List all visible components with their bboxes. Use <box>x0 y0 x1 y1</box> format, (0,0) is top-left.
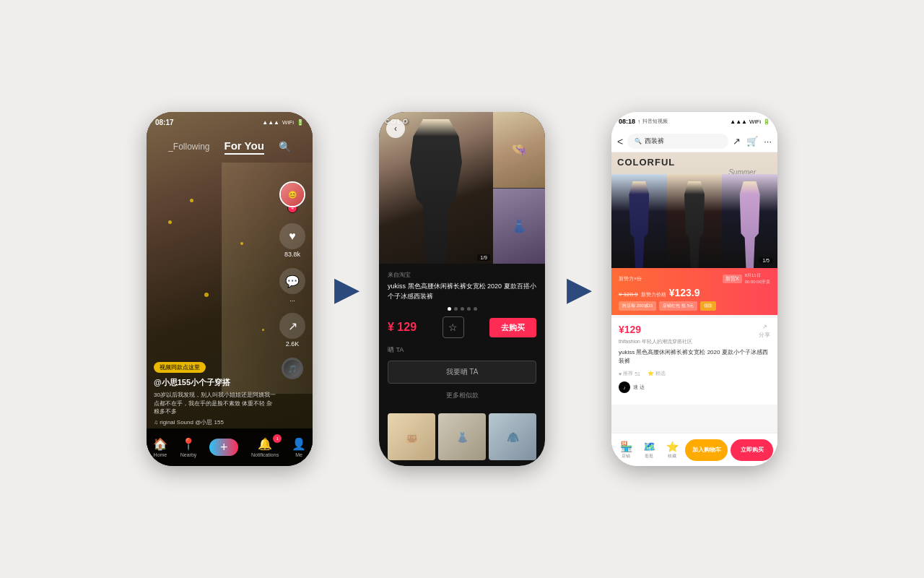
select-stat: ⭐ 精选 <box>648 370 666 377</box>
nav-notifications[interactable]: 🔔 1 Notifications <box>251 437 279 457</box>
signal-bars-icon: ▲▲▲ <box>730 118 747 125</box>
back-button[interactable]: ‹ <box>386 119 405 138</box>
bookmark-button[interactable]: ☆ <box>443 316 464 338</box>
dots-indicator <box>388 307 536 311</box>
nav-following[interactable]: _Following <box>168 142 209 152</box>
wifi-icon: WiFi <box>282 119 294 126</box>
like-icon[interactable]: ♥ <box>279 223 305 249</box>
hero-counter: 1/5 <box>759 257 773 264</box>
phone3-time: 08:18 <box>619 118 635 125</box>
new-power-label: 新势力×份 <box>619 275 642 282</box>
phone3-time-location: 08:18 ↑ 抖音短视频 <box>619 118 668 125</box>
cart-icon-header[interactable]: 🛒 <box>746 136 758 147</box>
phone3-search-bar[interactable]: 🔍 西装裤 <box>627 134 728 149</box>
price-action-row: ¥ 129 ☆ 去购买 <box>388 316 536 338</box>
promo-time: 00:00:00开卖 <box>745 279 770 285</box>
person3-figure <box>737 181 762 268</box>
phone3-back-button[interactable]: < <box>617 136 623 147</box>
phone3-status-bar: 08:18 ↑ 抖音短视频 ▲▲▲ WiFi 🔋 <box>611 112 777 131</box>
phone1-bottom-nav: 🏠 Home 📍 Nearby + 🔔 1 Notifications 👤 <box>147 428 313 466</box>
notification-badge: 1 <box>273 434 282 443</box>
hero-person-3 <box>722 174 777 268</box>
shopping-tag[interactable]: 视频同款点这里 <box>154 362 206 373</box>
add-to-cart-button[interactable]: 加入购物车 <box>685 439 728 461</box>
tiktok-label: 速 达 <box>633 384 645 391</box>
more-similar[interactable]: 更多相似款 <box>388 391 536 400</box>
add-icon[interactable]: + <box>209 439 238 456</box>
dot-4 <box>467 307 471 311</box>
phone3-header: < 🔍 西装裤 ↗ 🛒 ··· <box>611 131 777 152</box>
tiktok-icon: ♪ <box>619 381 630 393</box>
comment-icon[interactable]: 💬 <box>279 268 305 294</box>
phone-3-taobao: 08:18 ↑ 抖音短视频 ▲▲▲ WiFi 🔋 < 🔍 西装裤 ↗ <box>611 112 777 466</box>
phone3-product-section: ¥129 thifashion 年轻人的潮流穿搭社区 yukiss 黑色高腰休闲… <box>611 318 777 405</box>
hero-person-2 <box>667 174 723 268</box>
music-info: ♫ riginal Sound @小思 155 <box>154 418 276 426</box>
side-image-top[interactable]: 👒 <box>493 112 545 188</box>
music-disc: 🎵 <box>282 358 303 379</box>
coupon-1[interactable]: 跨店每 200减15 <box>619 301 656 311</box>
share-count: 2.6K <box>286 340 300 348</box>
browse-nav-item[interactable]: 🗺️ 逛逛 <box>639 441 659 460</box>
browse-label: 逛逛 <box>645 453 653 460</box>
select-label: 精选 <box>655 370 666 377</box>
product-stats: ♥ 推荐 51 ⭐ 精选 <box>619 370 770 377</box>
phone1-right-icons: 😊 + ♥ 83.8k 💬 ... ↗ 2.6K 🎵 <box>279 181 305 379</box>
nav-search-icon[interactable]: 🔍 <box>279 141 291 152</box>
collect-nav-item[interactable]: ⭐ 收藏 <box>662 441 682 460</box>
coupon-collect[interactable]: 领取 <box>700 301 716 311</box>
nav-foryou[interactable]: For You <box>225 139 264 155</box>
promo-badge-date: 新贸X 8月11日 00:00:00开卖 <box>723 272 770 285</box>
phone2-side-images: 👒 👗 <box>493 112 545 264</box>
thumbnail-1[interactable]: 👜 <box>388 413 435 460</box>
promo-coupon-row: 跨店每 200减15 店铺红包 抵 5元 领取 <box>619 301 770 311</box>
search-text: 西装裤 <box>645 137 664 146</box>
dot-2 <box>454 307 458 311</box>
battery-icon: 🔋 <box>297 119 304 126</box>
store-icon: 🏪 <box>620 441 632 452</box>
nav-me[interactable]: 👤 Me <box>292 437 306 457</box>
promo-badge: 新贸X <box>723 275 742 283</box>
phone1-status-icons: ▲▲▲ WiFi 🔋 <box>262 119 304 126</box>
recommend-stat: ♥ 推荐 51 <box>619 370 640 377</box>
heart-icon-stat: ♥ <box>619 371 622 376</box>
more-icon-header[interactable]: ··· <box>764 136 772 147</box>
nav-home[interactable]: 🏠 Home <box>153 437 167 457</box>
share-icon[interactable]: ↗ <box>279 313 305 339</box>
buy-now-button[interactable]: 立即购买 <box>731 439 773 461</box>
comment-button[interactable]: 我要晒 TA <box>388 361 536 384</box>
nav-add[interactable]: + <box>209 439 238 456</box>
browse-icon: 🗺️ <box>643 441 655 452</box>
dot-1 <box>448 307 451 311</box>
collect-icon: ⭐ <box>666 441 679 452</box>
share-icon-header[interactable]: ↗ <box>733 136 741 147</box>
side-image-bottom[interactable]: 👗 <box>493 188 545 264</box>
promo-date-time: 8月11日 00:00:00开卖 <box>745 272 770 285</box>
product-title-main: yukiss 黑色高腰休闲裤长裤女宽松 2020 夏款小个子冰感西装裤 <box>619 348 770 366</box>
sparkle-2 <box>240 242 243 245</box>
store-nav-item[interactable]: 🏪 店铺 <box>616 441 636 460</box>
arrow-2: ▶ <box>567 272 590 307</box>
recommend-count: 51 <box>635 371 640 376</box>
dot-3 <box>461 307 464 311</box>
buy-button[interactable]: 去购买 <box>489 318 536 337</box>
phone-2-product: COLO ‹ 1/9 👒 👗 来自淘宝 y <box>379 112 545 466</box>
thumbnail-2[interactable]: 👗 <box>438 413 486 460</box>
coupon-2[interactable]: 店铺红包 抵 5元 <box>659 301 697 311</box>
share-button[interactable]: ↗ 分享 <box>759 324 770 339</box>
sparkle-3 <box>204 293 209 297</box>
person2-figure <box>682 181 707 268</box>
store-label: 店铺 <box>622 453 630 460</box>
tiktok-link[interactable]: ♪ 速 达 <box>619 381 770 393</box>
comment-section: 💬 ... <box>279 268 305 303</box>
phone3-promo-banner: 新势力×份 新贸X 8月11日 00:00:00开卖 ¥ 128.9 新势力价格… <box>611 268 777 315</box>
hero-brand-text: COLORFUL <box>617 157 675 168</box>
dot-5 <box>474 307 477 311</box>
user-avatar[interactable]: 😊 <box>279 181 305 207</box>
arrow-1: ▶ <box>334 272 357 307</box>
thumbnail-3[interactable]: 🧥 <box>489 413 536 460</box>
phone2-image-area: COLO ‹ 1/9 👒 👗 <box>379 112 545 264</box>
model-figure <box>404 119 468 264</box>
like-section: ♥ 83.8k <box>279 223 305 258</box>
nav-nearby[interactable]: 📍 Nearby <box>180 437 197 457</box>
